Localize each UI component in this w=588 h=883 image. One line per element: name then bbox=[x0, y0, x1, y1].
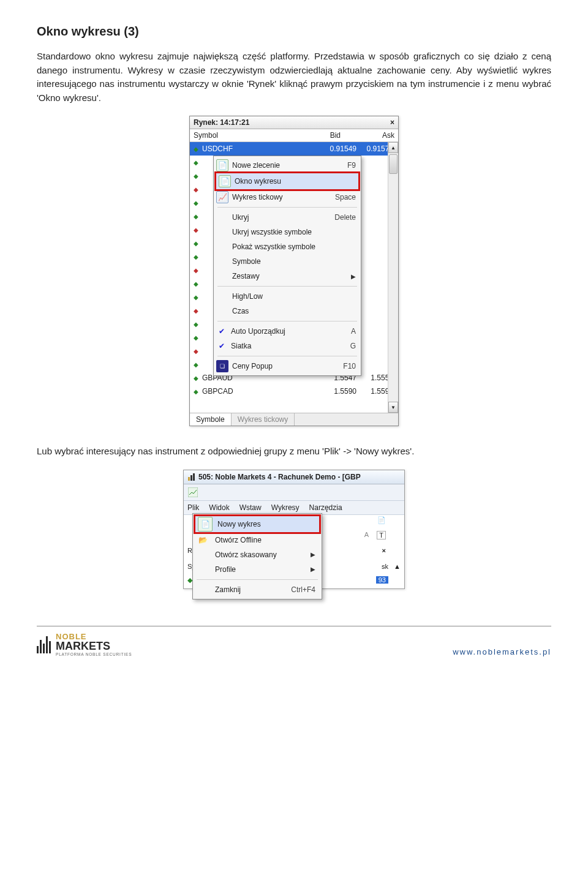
arrow-down-icon: ◆ bbox=[192, 266, 200, 274]
file-dropdown: 📄Nowy wykres📂Otwórz OfflineOtwórz skasow… bbox=[192, 513, 322, 599]
menu-item-label: Okno wykresu bbox=[235, 177, 353, 186]
menu-item-label: Ceny Popup bbox=[232, 362, 339, 370]
arrow-up-icon: ◆ bbox=[192, 374, 200, 381]
arrow-up-icon: ◆ bbox=[192, 280, 200, 287]
shortcut-label: A bbox=[351, 327, 356, 336]
submenu-arrow-icon: ▶ bbox=[309, 550, 317, 559]
file-profiles[interactable]: Profile▶ bbox=[193, 562, 322, 577]
scroll-up-small-icon[interactable]: ▲ bbox=[394, 563, 401, 570]
menu-charts[interactable]: Wykresy bbox=[270, 502, 301, 513]
shortcut-label: Space bbox=[335, 193, 356, 201]
folder-icon: 📂 bbox=[195, 533, 210, 547]
scroll-thumb[interactable] bbox=[389, 154, 398, 174]
menu-item-label: Ukryj wszystkie symbole bbox=[232, 228, 356, 236]
ctx-sets[interactable]: Zestawy▶ bbox=[214, 269, 361, 284]
shortcut-label: Delete bbox=[334, 213, 356, 222]
menu-item-label: Zestawy bbox=[232, 272, 347, 280]
app-panel: 505: Noble Markets 4 - Rachunek Demo - [… bbox=[183, 470, 405, 589]
ctx-chart-window[interactable]: 📄Okno wykresu bbox=[214, 171, 360, 191]
ctx-symbols[interactable]: Symbole bbox=[214, 254, 361, 269]
market-column-headers: Symbol Bid Ask bbox=[190, 129, 398, 142]
menu-separator bbox=[217, 207, 357, 208]
menu-item-label: Auto Uporządkuj bbox=[231, 327, 347, 336]
tab-tick-chart[interactable]: Wykres tickowy bbox=[232, 413, 295, 426]
menu-item-label: Otwórz skasowany bbox=[214, 549, 306, 560]
market-titlebar: Rynek: 14:17:21 × bbox=[190, 116, 398, 129]
file-open-offline[interactable]: 📂Otwórz Offline bbox=[193, 533, 322, 547]
toolbar-chart-icon[interactable] bbox=[187, 487, 198, 498]
chart-line-icon: 📈 bbox=[216, 191, 228, 203]
shortcut-label: Ctrl+F4 bbox=[290, 584, 317, 595]
menu-item-label: Nowy wykres bbox=[216, 519, 314, 530]
menu-view[interactable]: Widok bbox=[208, 502, 230, 513]
col-symbol[interactable]: Symbol bbox=[190, 129, 290, 141]
brand-subtitle: PLATFORMA NOBLE SECURITIES bbox=[56, 653, 132, 657]
col-ask-snippet: sk bbox=[382, 563, 388, 570]
text-tool-icon[interactable]: T bbox=[377, 531, 386, 539]
arrow-up-icon: ◆ bbox=[192, 334, 200, 341]
arrow-up-icon: ◆ bbox=[192, 253, 200, 260]
brand-logo: NOBLE MARKETS PLATFORMA NOBLE SECURITIES bbox=[37, 633, 132, 657]
menu-separator bbox=[217, 321, 357, 321]
ctx-hide[interactable]: UkryjDelete bbox=[214, 210, 361, 225]
menu-item-label: Symbole bbox=[232, 257, 356, 266]
arrow-up-icon: ◆ bbox=[192, 388, 200, 395]
ctx-time[interactable]: Czas bbox=[214, 304, 361, 318]
ctx-popup[interactable]: ❏Ceny PopupF10 bbox=[214, 359, 361, 374]
file-new-chart[interactable]: 📄Nowy wykres bbox=[194, 514, 321, 534]
site-link[interactable]: www.noblemarkets.pl bbox=[453, 647, 551, 656]
menu-item-label: Czas bbox=[232, 307, 356, 315]
file-close[interactable]: ZamknijCtrl+F4 bbox=[193, 582, 322, 597]
menu-tools[interactable]: Narzędzia bbox=[308, 502, 344, 513]
ctx-highlow[interactable]: High/Low bbox=[214, 289, 361, 304]
svg-rect-0 bbox=[188, 477, 190, 481]
tab-symbols[interactable]: Symbole bbox=[190, 413, 232, 426]
close-icon-small[interactable]: × bbox=[382, 547, 386, 554]
value-93: 93 bbox=[376, 576, 388, 584]
col-bid[interactable]: Bid bbox=[290, 129, 344, 141]
brand-noble: NOBLE bbox=[56, 633, 132, 641]
market-tabs: Symbole Wykres tickowy bbox=[190, 413, 398, 426]
arrow-down-icon: ◆ bbox=[192, 226, 200, 233]
brand-markets: MARKETS bbox=[56, 641, 132, 652]
arrow-down-icon: ◆ bbox=[192, 186, 200, 193]
app-logo-icon bbox=[187, 473, 196, 481]
arrow-down-icon: ◆ bbox=[192, 347, 200, 355]
menu-insert[interactable]: Wstaw bbox=[238, 502, 263, 513]
menu-item-label: Pokaż wszystkie symbole bbox=[232, 242, 356, 251]
ctx-tick-chart[interactable]: 📈Wykres tickowySpace bbox=[214, 190, 361, 205]
menu-file[interactable]: Plik bbox=[186, 502, 200, 513]
menu-item-label: Otwórz Offline bbox=[214, 535, 317, 546]
svg-rect-3 bbox=[188, 487, 198, 497]
file-open-deleted[interactable]: Otwórz skasowany▶ bbox=[193, 547, 322, 562]
popup-icon: ❏ bbox=[216, 360, 228, 372]
arrow-up-icon: ◆ bbox=[192, 361, 200, 368]
table-row-selected[interactable]: ◆ USDCHF 0.91549 0.91574 bbox=[190, 142, 398, 156]
ctx-show-all[interactable]: Pokaż wszystkie symbole bbox=[214, 239, 361, 254]
arrow-up-icon: ◆ bbox=[187, 576, 192, 584]
shortcut-label: F10 bbox=[343, 362, 356, 370]
table-row[interactable]: ◆ GBPCAD 1.5590 1.5597 bbox=[190, 385, 398, 398]
app-title-text: 505: Noble Markets 4 - Rachunek Demo - [… bbox=[198, 473, 361, 481]
footer-rule bbox=[37, 626, 551, 626]
intro-paragraph: Standardowo okno wykresu zajmuje najwięk… bbox=[37, 50, 551, 105]
market-title-text: Rynek: 14:17:21 bbox=[194, 118, 249, 127]
scroll-up-icon[interactable]: ▲ bbox=[388, 142, 398, 153]
ctx-hide-all[interactable]: Ukryj wszystkie symbole bbox=[214, 225, 361, 239]
toolbar-extra-icon[interactable]: 📄 bbox=[377, 516, 386, 524]
ctx-auto-arrange[interactable]: ✔Auto UporządkujA bbox=[214, 324, 361, 339]
scrollbar[interactable]: ▲ ▼ bbox=[388, 142, 398, 413]
menu-item-label: Profile bbox=[214, 564, 306, 575]
col-ask[interactable]: Ask bbox=[344, 129, 398, 141]
ctx-grid[interactable]: ✔SiatkaG bbox=[214, 339, 361, 353]
page-footer: NOBLE MARKETS PLATFORMA NOBLE SECURITIES… bbox=[37, 633, 551, 657]
arrow-up-icon: ◆ bbox=[192, 212, 200, 220]
ctx-new-order[interactable]: 📄Nowe zlecenieF9 bbox=[214, 158, 361, 173]
close-icon[interactable]: × bbox=[390, 118, 394, 127]
check-icon: ✔ bbox=[216, 342, 227, 350]
arrow-up-icon: ◆ bbox=[192, 145, 200, 152]
second-paragraph: Lub wybrać interesujący nas instrument z… bbox=[37, 445, 551, 459]
app-titlebar: 505: Noble Markets 4 - Rachunek Demo - [… bbox=[184, 470, 404, 484]
scroll-down-icon[interactable]: ▼ bbox=[388, 402, 398, 413]
menu-item-label: Nowe zlecenie bbox=[232, 161, 344, 170]
